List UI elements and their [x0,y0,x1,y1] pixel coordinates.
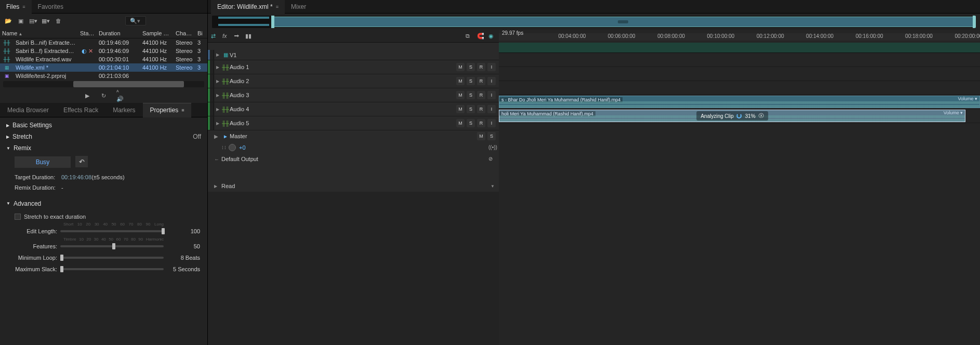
video-lane[interactable] [499,43,980,53]
timeline[interactable]: 29.97 fps 00:04:00:0000:06:00:0000:08:00… [499,30,980,345]
audio5-lane[interactable]: holi Meri Ya Muhammad (Rashid Hanif).mp4… [499,109,980,123]
file-table-header[interactable]: Name Status Duration Sample Rate Channel… [0,28,207,38]
pan-knob[interactable] [229,144,236,151]
mute-button[interactable]: M [456,63,465,71]
tab-files[interactable]: Files≡ [0,0,32,14]
section-advanced[interactable]: ▼Advanced [2,198,205,209]
solo-button[interactable]: S [467,119,475,127]
edit-length-value[interactable]: 100 [169,228,200,234]
col-sample-rate[interactable]: Sample Rate [140,30,174,36]
audio2-lane[interactable] [499,67,980,81]
tab-favorites[interactable]: Favorites [32,0,70,14]
master-row[interactable]: ▶ ► Master MS [208,130,499,142]
new-multitrack-icon[interactable]: ▤▾ [29,17,37,25]
track-header-v1[interactable]: ▶ ▦ V1 [208,50,499,60]
tab-properties[interactable]: Properties≡ [143,103,192,117]
tab-editor-menu-icon[interactable]: ≡ [276,4,279,9]
audio1-lane[interactable] [499,53,980,67]
mute-button[interactable]: M [456,77,465,85]
audio4-lane[interactable]: s - Bhar Do Jholi Meri Ya Muhammad (Rash… [499,95,980,109]
min-loop-value[interactable]: 8 Beats [169,255,200,261]
loop-icon[interactable]: ↻ [100,91,108,100]
col-name[interactable]: Name [0,30,78,36]
section-basic-settings[interactable]: ▶Basic Settings [2,120,205,131]
crossfade-icon[interactable]: ⧉ [466,33,473,40]
table-row[interactable]: ▣Wildlife/test-2.prproj00:21:03:06 [0,72,207,80]
ripple-icon[interactable]: ⇄ [211,33,218,40]
expand-icon[interactable]: ▶ [214,65,221,70]
envelope-icon[interactable]: ⮕ [234,33,241,40]
solo-button[interactable]: S [467,77,475,85]
snap-icon[interactable]: 🧲 [477,33,484,40]
track-header-audio5[interactable]: ▶╫╫Audio 5MSRI [208,116,499,130]
features-slider[interactable] [60,245,164,247]
remix-undo-button[interactable]: ↶ [75,156,88,167]
table-row[interactable]: ╫╫Sabri B...nif) Extracted.wav00:19:46:0… [0,38,207,47]
automation-read-row[interactable]: ▶ Read ▼ [208,180,499,192]
tab-media-browser[interactable]: Media Browser [0,103,56,117]
stretch-exact-checkbox[interactable] [15,214,21,220]
mute-button[interactable]: M [456,119,465,127]
overview-handle-right[interactable] [973,16,976,28]
record-arm-button[interactable]: R [477,105,485,113]
mute-button[interactable]: M [456,91,465,99]
input-monitor-button[interactable]: I [487,105,496,113]
table-row[interactable]: ▦Wildlife.xml *00:21:04:1044100 HzStereo… [0,63,207,72]
max-slack-slider[interactable] [60,268,164,270]
tab-effects-rack[interactable]: Effects Rack [56,103,105,117]
input-monitor-button[interactable]: I [487,63,496,71]
overview-handle-left[interactable] [271,16,274,28]
input-monitor-button[interactable]: I [487,77,496,85]
record-arm-button[interactable]: R [477,77,485,85]
col-channels[interactable]: Channels [174,30,195,36]
table-row[interactable]: ╫╫Wildlife Extracted.wav00:00:30:0144100… [0,55,207,63]
clip4-volume[interactable]: Volume ▾ [958,96,977,101]
solo-button[interactable]: S [467,105,475,113]
solo-button[interactable]: S [467,91,475,99]
input-monitor-button[interactable]: I [487,91,496,99]
stretch-exact-row[interactable]: Stretch to exact duration [15,211,200,222]
default-output-row[interactable]: ← Default Output ⊘ [208,153,499,165]
tab-mixer[interactable]: Mixer [285,0,312,14]
clip-audio4[interactable]: s - Bhar Do Jholi Meri Ya Muhammad (Rash… [499,96,980,108]
track-header-audio4[interactable]: ▶╫╫Audio 4MSRI [208,102,499,116]
automation-dropdown-icon[interactable]: ▼ [491,184,495,189]
expand-icon[interactable]: ▶ [214,121,221,126]
tab-properties-menu-icon[interactable]: ≡ [181,108,184,113]
record-arm-button[interactable]: R [477,63,485,71]
min-loop-slider[interactable] [60,257,164,259]
remix-busy-button[interactable]: Busy [15,156,71,168]
col-bit[interactable]: Bi [195,30,206,36]
track-header-audio3[interactable]: ▶╫╫Audio 3MSRI [208,88,499,102]
col-status[interactable]: Status [78,30,97,36]
track-header-audio1[interactable]: ▶╫╫Audio 1MSRI [208,60,499,74]
bars-icon[interactable]: ▮▮ [245,33,253,40]
volume-value[interactable]: +0 [239,144,246,151]
target-duration-value[interactable]: 00:19:46:08(±5 seconds) [61,174,125,180]
no-output-icon[interactable]: ⊘ [488,156,495,162]
features-value[interactable]: 50 [169,243,200,249]
play-icon[interactable]: ▶ [83,91,91,100]
section-remix[interactable]: ▼Remix [2,142,205,154]
tab-editor[interactable]: Editor: Wildlife.xml *≡ [211,0,285,14]
fx-icon[interactable]: fx [222,33,230,40]
expand-icon[interactable]: ▶ [214,107,221,112]
table-row[interactable]: ╫╫Sabri B...f) Extracted_1.wav◐ ✕00:19:4… [0,47,207,55]
record-arm-button[interactable]: R [477,91,485,99]
chevron-right-icon[interactable]: ▶ [214,134,221,139]
master-solo-button[interactable]: S [487,132,496,140]
record-icon[interactable]: ▣ [17,17,25,25]
edit-length-slider[interactable] [60,230,164,232]
max-slack-value[interactable]: 5 Seconds [169,266,200,272]
spectral-icon[interactable]: ◉ [488,33,496,40]
insert-clip-icon[interactable]: ▦▾ [42,17,50,25]
overview-drag-handle[interactable] [618,20,628,23]
solo-button[interactable]: S [467,63,475,71]
open-file-icon[interactable]: 📂 [4,17,12,25]
clip5-volume[interactable]: Volume ▾ [944,110,963,115]
search-input[interactable] [125,16,146,25]
col-duration[interactable]: Duration [97,30,140,36]
audio3-lane[interactable] [499,81,980,95]
master-mute-button[interactable]: M [477,132,485,140]
record-arm-button[interactable]: R [477,119,485,127]
